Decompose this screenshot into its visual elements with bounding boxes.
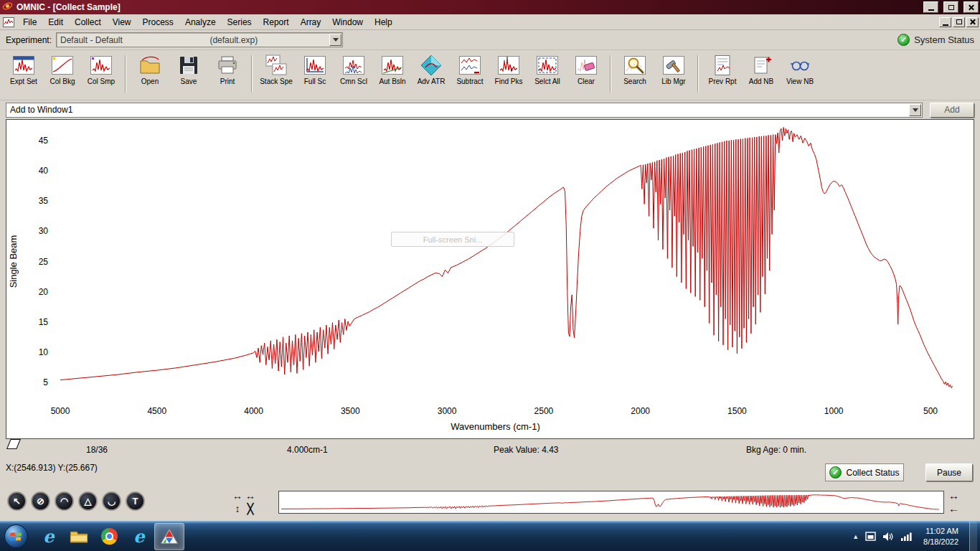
child-minimize-icon [943,24,948,26]
minimize-icon [928,9,934,11]
collect-status-check-icon [829,466,842,479]
view-notebook-icon [789,55,811,76]
menu-edit[interactable]: Edit [42,17,69,27]
toolbar-button-preview-report[interactable]: Prev Rpt [703,52,742,98]
taskbar-internet-explorer[interactable]: e [34,523,64,550]
add-target-dropdown-button[interactable] [909,104,921,116]
toolbar-button-save-floppy[interactable]: Save [169,52,208,98]
toolbar-button-select-all[interactable]: Selct All [528,52,567,98]
menu-process[interactable]: Process [137,17,179,27]
toolbar-button-collect-background[interactable]: Col Bkg [43,52,82,98]
select-arrow-tool[interactable]: ↖ [7,491,27,511]
menu-window[interactable]: Window [326,17,369,27]
child-restore-icon [956,19,962,24]
spectral-cursor-tool[interactable]: ⊘ [31,491,50,511]
taskbar-clock[interactable]: 11:02 AM 8/18/2022 [919,526,963,547]
restore-button[interactable] [943,1,958,13]
add-target-value: Add to Window1 [10,105,72,115]
taskbar-edge[interactable]: e [124,523,154,550]
minimize-button[interactable] [923,1,938,13]
toolbar-button-collect-sample[interactable]: Col Smp [82,52,121,98]
experiment-combo-dropdown-button[interactable] [329,34,341,46]
menu-help[interactable]: Help [369,17,398,27]
spectrum-chart-panel[interactable]: 5000450040003500300025002000150010005005… [6,119,974,439]
collect-sample-icon [90,55,112,76]
annotation-tool[interactable]: T [126,491,145,511]
start-button[interactable] [3,523,29,550]
toolbar-button-find-peaks[interactable]: Find Pks [489,52,528,98]
contract-horizontal-icon[interactable]: ↔ [244,489,257,502]
toolbar-button-full-scale[interactable]: Full Sc [296,52,334,98]
toolbar-button-label: Clear [578,77,595,85]
status-row: 18/36 4.000cm-1 Peak Value: 4.43 Bkg Age… [0,439,980,461]
toolbar-button-add-notebook[interactable]: Add NB [742,52,781,98]
toolbar-button-open-folder[interactable]: Open [131,52,169,98]
child-restore-button[interactable] [953,17,965,27]
scroll-left-icon[interactable]: ← [948,502,959,515]
experiment-combo[interactable]: Default - Default (default.exp) [56,32,343,47]
region-select-tool[interactable]: ◠ [55,491,74,511]
menu-view[interactable]: View [107,17,137,27]
toolbar-button-library-manager[interactable]: Lib Mgr [654,52,693,98]
show-desktop-button[interactable] [969,522,977,551]
menu-series[interactable]: Series [222,17,258,27]
system-status-shield-icon [897,34,910,46]
overview-spectrum-strip[interactable] [278,491,944,514]
experiment-file: (default.exp) [209,35,258,45]
child-close-icon [969,19,976,25]
folder-icon [70,529,88,544]
toolbar-button-subtract[interactable]: Subtract [451,52,489,98]
taskbar-chrome[interactable] [94,523,124,550]
toolbar-button-view-notebook[interactable]: View NB [781,52,819,98]
tray-overflow-chevron-icon[interactable]: ▲ [852,533,859,540]
preview-report-icon [712,55,733,76]
svg-text:4500: 4500 [147,406,166,416]
experiment-label: Experiment: [6,35,52,45]
toolbar-button-common-scale[interactable]: Cmn Scl [334,52,373,98]
toolbar-button-advanced-atr[interactable]: Adv ATR [412,52,451,98]
toolbar-button-label: Full Sc [304,77,326,85]
taskbar-file-explorer[interactable] [64,523,94,550]
expand-horizontal-icon[interactable]: ↔ [231,489,244,502]
toolbar-button-search[interactable]: Search [616,52,654,98]
full-extent-icon[interactable]: ╳ [244,502,257,515]
experiment-value: Default - Default [60,35,123,45]
peak-height-tool[interactable]: △ [78,491,98,511]
scroll-horizontal-icon[interactable]: ↔ [948,489,959,502]
svg-text:3000: 3000 [438,406,457,416]
pause-button[interactable]: Pause [925,463,973,481]
advanced-atr-icon [420,55,442,76]
toolbar-button-clear[interactable]: Clear [567,52,606,98]
tray-network-icon[interactable] [900,532,913,541]
toolbar-button-experiment-setup[interactable]: Expt Set [4,52,43,98]
toolbar-button-label: Selct All [534,77,560,85]
peak-area-tool[interactable]: ◡ [102,491,121,511]
toolbar-button-stack-spectra[interactable]: Stack Spe [257,52,296,98]
taskbar-omnic-active[interactable] [154,523,184,550]
toolbar-button-label: Save [181,77,197,85]
spectrum-chart[interactable]: 5000450040003500300025002000150010005005… [6,120,974,438]
add-button[interactable]: Add [930,103,974,118]
save-floppy-icon [178,55,199,76]
tray-window-icon[interactable] [865,532,876,541]
menu-collect[interactable]: Collect [69,17,107,27]
menu-report[interactable]: Report [258,17,295,27]
menu-array[interactable]: Array [295,17,327,27]
chrome-icon [101,528,118,545]
toolbar-button-auto-baseline[interactable]: Aut Bsln [373,52,412,98]
menu-analyze[interactable]: Analyze [179,17,222,27]
document-window-icon[interactable] [3,17,16,28]
menu-file[interactable]: File [17,17,42,27]
menu-bar: FileEditCollectViewProcessAnalyzeSeriesR… [0,14,980,30]
system-status[interactable]: System Status [897,34,974,46]
collect-status-button[interactable]: Collect Status [825,463,904,481]
window-title: OMNIC - [Collect Sample] [17,2,121,12]
child-close-button[interactable] [966,17,979,27]
toolbar-button-printer[interactable]: Print [208,52,247,98]
expand-vertical-icon[interactable]: ↕ [231,502,244,515]
tray-volume-icon[interactable] [882,532,894,542]
child-minimize-button[interactable] [939,17,951,27]
add-target-combo[interactable]: Add to Window1 [6,103,923,118]
close-button[interactable] [963,1,979,13]
svg-text:15: 15 [39,317,49,327]
